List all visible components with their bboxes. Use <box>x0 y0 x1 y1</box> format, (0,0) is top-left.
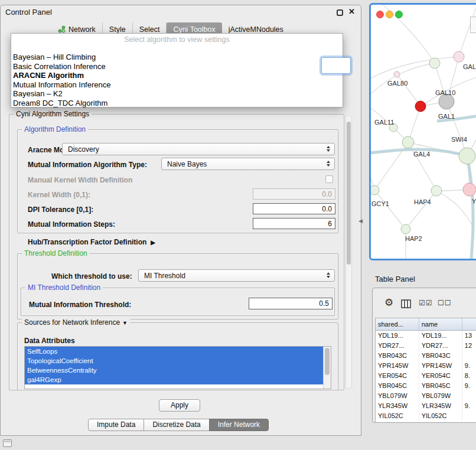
network-node[interactable] <box>429 58 440 69</box>
panel-collapse-arrow-icon[interactable]: ◀ <box>358 218 363 224</box>
table-row[interactable]: YBL079WYBL079W <box>376 390 476 400</box>
aracne-mode-value: Discovery <box>68 145 99 154</box>
which-threshold-select[interactable]: MI Threshold <box>138 269 335 282</box>
node-label-gal10: GAL10 <box>435 89 455 96</box>
node-label-hap2: HAP2 <box>405 235 422 242</box>
algorithm-option-basic-correlation-inference[interactable]: Basic Correlation Inference <box>11 62 343 71</box>
settings-scrollbar[interactable] <box>345 115 352 389</box>
attributes-scrollbar-thumb[interactable] <box>325 348 330 375</box>
table-header-row: shared...name <box>376 318 476 330</box>
table-row[interactable]: YBR045CYBR045C9. <box>376 380 476 390</box>
table-row[interactable]: YDL19...YDL19...13 <box>376 330 476 340</box>
network-edge <box>436 191 474 229</box>
network-node[interactable] <box>402 136 414 148</box>
network-node[interactable] <box>463 183 476 196</box>
tab-label: jActiveMNodules <box>229 25 283 34</box>
float-window-icon[interactable] <box>337 9 343 16</box>
mi-threshold-label: Mutual Information Threshold: <box>29 301 131 309</box>
node-label-gal1: GAL1 <box>438 113 455 120</box>
algorithm-definition-title: Algorithm Definition <box>22 125 88 133</box>
table-row[interactable]: YDR27...YDR27...12 <box>376 340 476 350</box>
mi-algorithm-type-label: Mutual Information Algorithm Type: <box>28 161 147 169</box>
attributes-scrollbar[interactable] <box>323 347 331 389</box>
expanded-arrow-icon: ▼ <box>122 320 128 326</box>
node-label-gcy1: GCY1 <box>371 200 389 207</box>
algorithm-option-aracne-algorithm[interactable]: ARACNE Algorithm <box>11 71 343 80</box>
bottom-tab-infer-network[interactable]: Infer Network <box>209 419 269 431</box>
window-zoom-light[interactable] <box>395 11 403 18</box>
table-row[interactable]: YBR043CYBR043C <box>376 350 476 360</box>
manual-kernel-width-label: Manual Kernel Width Definition <box>28 176 132 184</box>
algorithm-option-dream8-dc-tdc-algorithm[interactable]: Dream8 DC_TDC Algorithm <box>11 99 343 108</box>
dpi-tolerance-field[interactable] <box>253 203 335 214</box>
algorithm-popup: Select algorithm to view settings Bayesi… <box>11 33 343 107</box>
attribute-item-gal4rgexp[interactable]: gal4RGexp <box>25 375 323 384</box>
table-row[interactable]: YER054CYER054C8. <box>376 370 476 380</box>
network-node[interactable] <box>431 185 442 196</box>
network-node[interactable] <box>459 148 475 164</box>
algorithm-popup-list: Bayesian – Hill ClimbingBasic Correlatio… <box>11 53 343 107</box>
algorithm-option-mutual-information-inference[interactable]: Mutual Information Inference <box>11 80 343 90</box>
apply-button[interactable]: Apply <box>159 399 200 412</box>
bottom-tabs: Impute DataDiscretize DataInfer Network <box>88 419 269 431</box>
sources-group-title[interactable]: Sources for Network Inference▼ <box>22 318 130 327</box>
network-view-window: GALGAL80GAL10GAL1GAL11SWI4GAL4GCY1HAP4YH… <box>369 3 476 260</box>
network-node[interactable] <box>415 101 426 112</box>
attribute-item-topologicalcoefficient[interactable]: TopologicalCoefficient <box>25 356 323 366</box>
settings-scrollbar-thumb[interactable] <box>347 122 351 265</box>
select-all-icon[interactable]: ☑☑ <box>419 299 433 307</box>
mi-steps-field[interactable] <box>253 218 335 229</box>
tab-label: Cyni Toolbox <box>173 25 215 34</box>
algorithm-option-bayesian-hill-climbing[interactable]: Bayesian – Hill Climbing <box>11 53 343 62</box>
column-header-3[interactable] <box>462 318 476 330</box>
window-close-light[interactable] <box>376 11 384 18</box>
column-header-1[interactable]: shared... <box>376 318 419 330</box>
table-cell: YPR145W <box>419 360 462 370</box>
table-cell: 8. <box>462 370 476 380</box>
mi-threshold-field[interactable] <box>249 298 332 309</box>
manual-kernel-width-checkbox <box>325 175 333 183</box>
window-minimize-light[interactable] <box>386 11 393 18</box>
table-cell: YBL079W <box>419 390 462 400</box>
table-row[interactable]: YPR145WYPR145W9. <box>376 360 476 370</box>
mi-algorithm-type-select[interactable]: Naive Bayes <box>161 158 335 170</box>
network-edge <box>446 102 467 156</box>
attribute-item-selfloops[interactable]: SelfLoops <box>25 347 323 356</box>
network-node[interactable] <box>401 224 410 234</box>
table-row[interactable]: YLR345WYLR345W9. <box>376 400 476 410</box>
combo-arrows-icon <box>327 146 330 152</box>
hub-definition-expander[interactable]: Hub/Transcription Factor Definition▶ <box>28 238 155 246</box>
table-cell: YDR27... <box>376 340 419 350</box>
network-edge-highlighted <box>467 157 473 259</box>
table-cell: YER054C <box>376 370 419 380</box>
table-cell: YBL079W <box>376 390 419 400</box>
table-cell: 9. <box>462 400 476 410</box>
bottom-tab-discretize-data[interactable]: Discretize Data <box>144 419 209 431</box>
columns-icon[interactable] <box>401 299 411 311</box>
column-header-2[interactable]: name <box>419 318 462 330</box>
network-node[interactable] <box>371 185 379 195</box>
node-label-swi4: SWI4 <box>451 136 467 143</box>
tab-label: Select <box>139 25 160 34</box>
which-threshold-label: Which threshold to use: <box>51 272 132 281</box>
network-node[interactable] <box>454 51 464 62</box>
table-cell: YBR043C <box>376 350 419 360</box>
minimized-panel-icon[interactable] <box>3 439 12 447</box>
table-cell: YER054C <box>419 370 462 380</box>
attribute-item-betweennesscentrality[interactable]: BetweennessCentrality <box>25 366 323 375</box>
network-edge <box>374 190 406 229</box>
table-cell: YIL052C <box>419 410 462 420</box>
control-panel-window: Control Panel ✕ NetworkStyleSelectCyni T… <box>0 5 361 436</box>
network-node[interactable] <box>394 71 400 77</box>
aracne-mode-select[interactable]: Discovery <box>62 143 335 155</box>
bottom-tab-impute-data[interactable]: Impute Data <box>88 419 144 431</box>
table-row[interactable]: YIL052CYIL052C <box>376 410 476 420</box>
network-scrollbar[interactable] <box>470 17 476 33</box>
table-cell <box>462 350 476 360</box>
focused-spinner-field[interactable] <box>321 57 351 74</box>
close-window-icon[interactable]: ✕ <box>348 7 355 16</box>
deselect-all-icon[interactable]: ☐☐ <box>438 299 452 307</box>
gear-icon[interactable]: ⚙ <box>384 296 393 309</box>
node-label-gal11: GAL11 <box>374 119 394 126</box>
algorithm-option-bayesian-k2[interactable]: Bayesian – K2 <box>11 89 343 99</box>
